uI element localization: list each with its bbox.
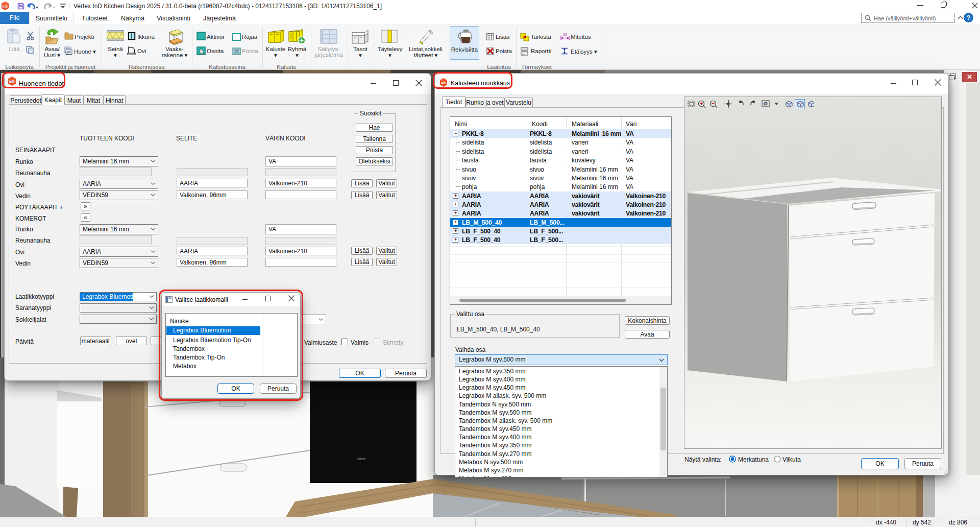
svg-text:10: 10 — [563, 33, 567, 36]
svg-text:Miele: Miele — [357, 457, 366, 461]
svg-text:InD: InD — [3, 5, 8, 8]
